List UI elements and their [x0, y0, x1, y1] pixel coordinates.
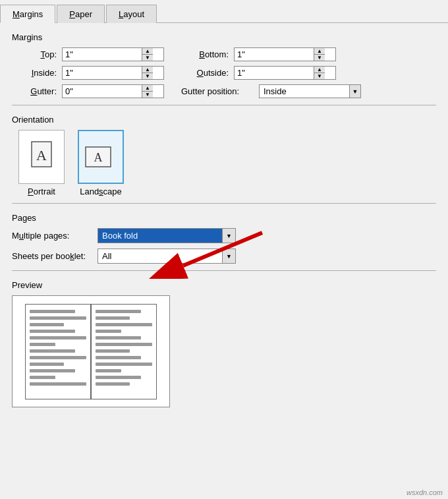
top-bottom-row: Top: ▲ ▼ Bottom: ▲ ▼: [12, 47, 436, 61]
sheets-per-booklet-label: Sheets per booklet:: [12, 251, 98, 261]
inside-value[interactable]: [63, 67, 142, 79]
divider-3: [12, 270, 436, 271]
outside-label: Outside:: [181, 68, 229, 78]
bottom-spin-up[interactable]: ▲: [314, 48, 325, 55]
bottom-label: Bottom:: [181, 49, 229, 59]
book-line: [96, 316, 130, 320]
svg-rect-2: [86, 147, 111, 167]
tab-layout-label: Layout: [119, 9, 144, 19]
book-line: [30, 316, 86, 320]
book-line: [30, 349, 75, 353]
tab-content: Margins Top: ▲ ▼ Bottom: ▲ ▼: [0, 23, 448, 419]
book-line: [30, 376, 55, 379]
gutter-spin-up[interactable]: ▲: [142, 85, 153, 92]
book-line: [30, 382, 86, 386]
book-line: [96, 369, 121, 372]
tab-bar: Margins Paper Layout: [0, 0, 448, 23]
divider-1: [12, 105, 436, 105]
outside-input[interactable]: ▲ ▼: [234, 66, 336, 80]
gutter-row: Gutter: ▲ ▼ Gutter position: Inside ▼: [12, 84, 436, 98]
margins-section-header: Margins: [12, 32, 436, 42]
inside-input[interactable]: ▲ ▼: [62, 66, 164, 80]
book-line: [30, 330, 75, 333]
tab-margins[interactable]: Margins: [0, 5, 55, 23]
gutter-position-label: Gutter position:: [181, 86, 254, 96]
multiple-pages-value: Book fold: [98, 229, 222, 243]
tab-margins-label: Margins: [13, 9, 43, 19]
top-input[interactable]: ▲ ▼: [62, 47, 164, 61]
book-line: [96, 356, 141, 359]
gutter-position-arrow[interactable]: ▼: [349, 85, 360, 98]
portrait-icon: A: [18, 130, 65, 184]
book-line: [30, 363, 64, 366]
top-spin-up[interactable]: ▲: [142, 48, 153, 55]
outside-value[interactable]: [235, 67, 314, 79]
orientation-section-header: Orientation: [12, 115, 436, 125]
gutter-spinner: ▲ ▼: [142, 85, 153, 98]
book-line: [30, 336, 86, 339]
book-line: [30, 343, 55, 346]
book-line: [96, 343, 152, 346]
bottom-input[interactable]: ▲ ▼: [234, 47, 336, 61]
portrait-label: Portrait: [28, 187, 55, 196]
inside-spinner: ▲ ▼: [142, 67, 153, 79]
book-line: [96, 310, 141, 313]
book-line: [30, 369, 75, 372]
multiple-pages-arrow[interactable]: ▼: [222, 229, 235, 243]
gutter-spin-down[interactable]: ▼: [142, 92, 153, 98]
landscape-option[interactable]: A Landscape: [78, 130, 124, 196]
page-setup-dialog: Margins Paper Layout Margins Top: ▲ ▼ Bo…: [0, 0, 448, 499]
gutter-position-dropdown[interactable]: Inside ▼: [259, 84, 361, 98]
landscape-label: Landscape: [80, 187, 122, 196]
inside-spin-down[interactable]: ▼: [142, 73, 153, 79]
book-left-page: [26, 305, 92, 399]
top-label: Top:: [12, 49, 57, 59]
outside-spinner: ▲ ▼: [314, 67, 325, 79]
book-line: [96, 376, 141, 379]
sheets-per-booklet-dropdown[interactable]: All ▼: [98, 249, 236, 264]
watermark: wsxdn.com: [406, 488, 443, 496]
svg-text:A: A: [36, 147, 47, 163]
preview-box: [12, 295, 170, 407]
book-line: [96, 336, 141, 339]
bottom-spin-down[interactable]: ▼: [314, 55, 325, 61]
multiple-pages-dropdown[interactable]: Book fold ▼: [98, 228, 236, 243]
sheets-per-booklet-arrow[interactable]: ▼: [222, 249, 235, 263]
bottom-spinner: ▲ ▼: [314, 48, 325, 61]
book-line: [96, 349, 130, 353]
outside-spin-down[interactable]: ▼: [314, 73, 325, 79]
gutter-value[interactable]: [63, 85, 142, 98]
top-spin-down[interactable]: ▼: [142, 55, 153, 61]
portrait-option[interactable]: A Portrait: [18, 130, 65, 196]
multiple-pages-row: Multiple pages: Book fold ▼: [12, 228, 436, 243]
outside-spin-up[interactable]: ▲: [314, 67, 325, 73]
bottom-value[interactable]: [235, 48, 314, 61]
top-value[interactable]: [63, 48, 142, 61]
inside-outside-row: Inside: ▲ ▼ Outside: ▲ ▼: [12, 66, 436, 80]
landscape-svg: A: [84, 144, 117, 169]
outside-group: Outside: ▲ ▼: [181, 66, 336, 80]
book-line: [96, 363, 152, 366]
sheets-per-booklet-row: Sheets per booklet: All ▼: [12, 249, 436, 264]
book-right-page: [92, 305, 156, 399]
multiple-pages-label: Multiple pages:: [12, 231, 98, 241]
divider-2: [12, 203, 436, 204]
book-line: [96, 382, 130, 386]
tab-paper-label: Paper: [69, 9, 92, 19]
landscape-icon: A: [78, 130, 124, 184]
svg-rect-0: [32, 142, 51, 167]
tab-layout[interactable]: Layout: [106, 5, 157, 23]
gutter-position-value: Inside: [260, 85, 349, 98]
gutter-input[interactable]: ▲ ▼: [62, 84, 164, 98]
portrait-svg: A: [29, 140, 54, 173]
inside-spin-up[interactable]: ▲: [142, 67, 153, 73]
top-spinner: ▲ ▼: [142, 48, 153, 61]
sheets-per-booklet-value: All: [98, 249, 222, 263]
gutter-position-group: Gutter position: Inside ▼: [181, 84, 361, 98]
inside-label: Inside:: [12, 68, 57, 78]
book-line: [30, 323, 64, 326]
pages-section-header: Pages: [12, 213, 436, 223]
book-preview: [25, 304, 157, 399]
tab-paper[interactable]: Paper: [57, 5, 105, 23]
book-line: [30, 310, 75, 313]
